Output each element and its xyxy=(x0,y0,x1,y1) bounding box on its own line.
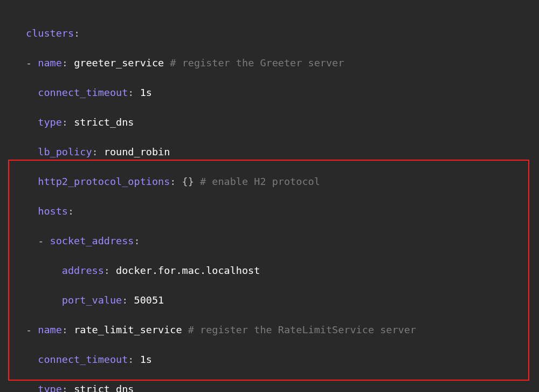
code-line: connect_timeout: 1s xyxy=(0,85,539,100)
code-line: type: strict_dns xyxy=(0,115,539,130)
code-line: type: strict_dns xyxy=(0,382,539,393)
code-line: connect_timeout: 1s xyxy=(0,352,539,367)
code-editor: clusters: - name: greeter_service # regi… xyxy=(0,0,539,392)
code-line: - name: rate_limit_service # register th… xyxy=(0,322,539,338)
code-line: - socket_address: xyxy=(0,233,539,249)
code-line: lb_policy: round_robin xyxy=(0,145,539,160)
code-line: - name: greeter_service # register the G… xyxy=(0,56,539,71)
code-line: clusters: xyxy=(0,26,539,41)
code-line: port_value: 50051 xyxy=(0,293,539,308)
code-line: hosts: xyxy=(0,204,539,219)
code-line: address: docker.for.mac.localhost xyxy=(0,263,539,278)
code-line: http2_protocol_options: {} # enable H2 p… xyxy=(0,174,539,189)
